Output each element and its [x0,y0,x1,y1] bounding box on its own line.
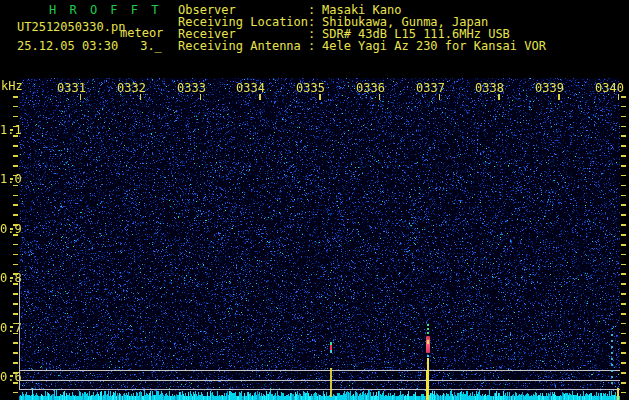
reference-line-upper [19,370,620,371]
freq-axis-unit-label: kHz [1,80,23,92]
meteor-echo-strong-spike-thin [427,358,429,370]
time-tick-label: 0336 [356,82,386,94]
time-tick-label: 0338 [475,82,505,94]
meteor-echo-weak-spike [330,368,332,397]
time-tick-label: 0337 [416,82,446,94]
time-tick-label: 0334 [236,82,266,94]
hrofft-window: H R O F F T UT2512050330.pn meteor 25.12… [0,0,629,400]
info-row-antenna: Receiving Antenna : 4ele Yagi Az 230 for… [178,40,546,52]
capture-filename: UT2512050330.pn [17,21,125,33]
time-tick-label: 0333 [177,82,207,94]
reference-line-left-border [19,277,20,390]
spectrogram-canvas [19,78,620,400]
meteor-echo-strong-head-dots [427,324,429,336]
time-ticks-top [75,94,621,100]
echo-counter: 3._ [140,40,162,52]
reference-line-middle [19,380,620,381]
freq-minor-ticks-left [13,96,18,396]
app-title: H R O F F T [49,4,161,16]
mode-label: meteor [120,27,163,39]
time-tick-label: 0332 [117,82,147,94]
datetime-row: 25.12.05 03:30 3._ [17,40,162,52]
meteor-echo-strong-body [426,336,430,353]
freq-major-ticks-left [10,96,13,396]
echo-streak-faint [611,334,613,384]
observation-datetime: 25.12.05 03:30 [17,40,118,52]
time-tick-label: 0335 [296,82,326,94]
info-value: 4ele Yagi Az 230 for Kansai VOR [322,40,546,52]
meteor-echo-strong-spike [426,370,429,400]
info-label: Receiving Antenna [178,40,308,52]
reference-line-lower [19,389,620,390]
time-tick-label: 0339 [535,82,565,94]
meteor-echo-strong-core [427,340,429,344]
info-colon: : [308,40,322,52]
minor-spike-right [617,388,619,400]
meteor-echo-weak-tail [330,350,332,353]
time-tick-label: 0331 [57,82,87,94]
freq-minor-ticks-right [621,96,626,396]
time-tick-label: 0340 [595,82,625,94]
